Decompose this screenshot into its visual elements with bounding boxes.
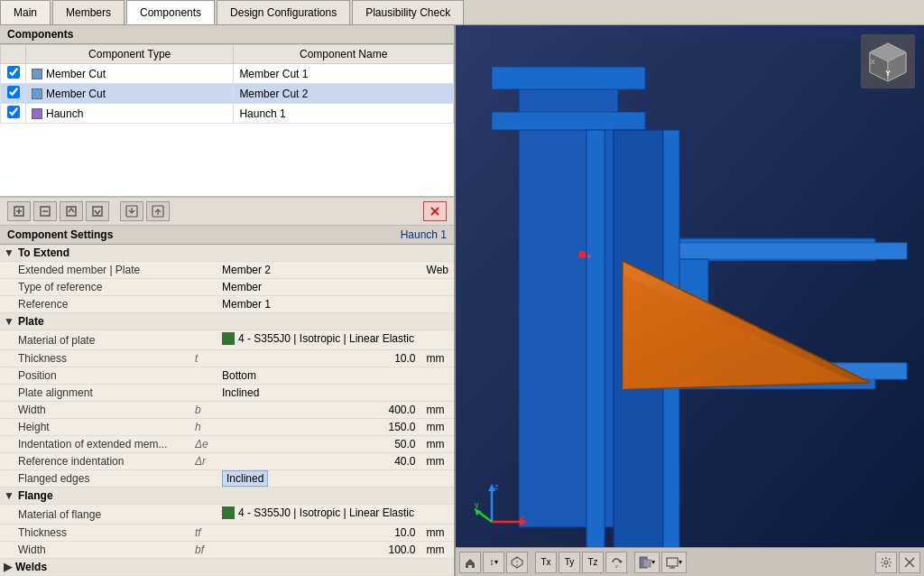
vp-tx-btn[interactable]: Tx: [535, 552, 557, 573]
vp-home-btn[interactable]: [459, 552, 481, 573]
prop-unit-plate-6: mm: [421, 436, 454, 453]
vp-iso-btn[interactable]: [506, 552, 528, 573]
component-toolbar: [0, 197, 454, 226]
export-btn[interactable]: [146, 201, 170, 221]
group-toggle-plate[interactable]: ▼: [4, 315, 14, 328]
add-component-btn[interactable]: [7, 201, 31, 221]
move-down-btn[interactable]: [86, 201, 109, 221]
vp-ty-btn[interactable]: Ty: [559, 552, 580, 573]
group-toggle-welds[interactable]: ▶: [4, 561, 12, 573]
empty-area: [0, 124, 454, 196]
prop-name-flange-0: Material of flange: [0, 505, 189, 525]
group-label-plate: Plate: [18, 315, 44, 328]
prop-name-to-extend-0: Extended member | Plate: [0, 262, 189, 279]
svg-rect-15: [492, 67, 645, 89]
component-type-1: Member Cut: [46, 88, 106, 100]
prop-symbol-plate-4: b: [189, 402, 217, 419]
svg-rect-24: [587, 130, 605, 563]
tab-design-configs[interactable]: Design Configurations: [217, 0, 350, 24]
svg-point-28: [578, 251, 586, 258]
settings-group-plate[interactable]: ▼Plate: [0, 313, 454, 330]
component-check-0[interactable]: [7, 66, 20, 79]
prop-name-plate-3: Plate alignment: [0, 385, 189, 402]
import-btn[interactable]: [120, 201, 143, 221]
group-label-flange: Flange: [18, 489, 53, 502]
component-check-2[interactable]: [7, 106, 20, 118]
svg-text:z: z: [615, 563, 618, 569]
prop-value-plate-8[interactable]: Inclined: [217, 470, 454, 488]
component-row-1[interactable]: Member Cut Member Cut 2: [1, 84, 454, 104]
tab-plausibility[interactable]: Plausibility Check: [352, 0, 464, 24]
prop-unit-plate-2: [421, 367, 454, 385]
prop-value-plate-3: Inclined: [217, 385, 421, 402]
prop-value-to-extend-1: Member: [217, 279, 421, 296]
prop-value-flange-2: 100.0: [217, 542, 421, 559]
prop-row-to-extend-2: Reference Member 1: [0, 296, 454, 313]
mat-color-icon: [222, 332, 235, 345]
delete-component-btn[interactable]: [423, 201, 447, 221]
vp-view-btn[interactable]: ↕▾: [483, 552, 504, 573]
prop-unit-plate-1: mm: [421, 350, 454, 367]
svg-text:x: x: [521, 513, 525, 522]
prop-symbol-plate-0: [189, 330, 217, 350]
vp-tx-label: Tx: [541, 557, 550, 567]
vp-settings-btn[interactable]: [875, 552, 897, 573]
prop-value-plate-0: 4 - S355J0 | Isotropic | Linear Elastic: [217, 330, 454, 350]
prop-row-plate-2: Position Bottom: [0, 367, 454, 385]
viewport-toolbar: ↕▾ Tx Ty Tz z ▾ ▾: [456, 547, 924, 576]
component-color-1: [32, 88, 42, 99]
cube-navigator[interactable]: Y X: [859, 33, 917, 90]
viewport-3d[interactable]: Y X z x y: [456, 25, 924, 576]
prop-row-flange-1: Thickness tf 10.0 mm: [0, 525, 454, 542]
settings-header: Component Settings Haunch 1: [0, 226, 454, 245]
prop-value-flange-1: 10.0: [217, 525, 421, 542]
tab-components[interactable]: Components: [126, 0, 215, 24]
prop-symbol-flange-1: tf: [189, 525, 217, 542]
prop-unit-plate-5: mm: [421, 419, 454, 436]
tab-main[interactable]: Main: [0, 0, 51, 24]
vp-close-btn[interactable]: [899, 552, 920, 573]
svg-text:Y: Y: [885, 69, 891, 78]
tab-members[interactable]: Members: [52, 0, 125, 24]
vp-tz-btn[interactable]: Tz: [582, 552, 604, 573]
prop-row-plate-5: Height h 150.0 mm: [0, 419, 454, 436]
prop-symbol-plate-7: Δr: [189, 453, 217, 470]
prop-symbol-to-extend-2: [189, 296, 217, 313]
prop-unit-plate-3: [421, 385, 454, 402]
components-table: Component Type Component Name Member Cut…: [0, 44, 454, 124]
tab-bar: Main Members Components Design Configura…: [0, 0, 924, 25]
move-up-btn[interactable]: [60, 201, 83, 221]
prop-value-plate-1: 10.0: [217, 350, 421, 367]
mat-color-icon: [222, 506, 235, 519]
prop-row-to-extend-0: Extended member | Plate Member 2Web: [0, 262, 454, 279]
group-toggle-flange[interactable]: ▼: [4, 489, 14, 502]
vp-rz-btn[interactable]: z: [605, 552, 627, 573]
component-check-1[interactable]: [7, 86, 20, 98]
svg-point-54: [884, 561, 888, 564]
group-label-welds: Welds: [15, 561, 47, 573]
settings-group-welds[interactable]: ▶Welds: [0, 559, 454, 576]
component-color-0: [32, 69, 42, 79]
prop-name-to-extend-2: Reference: [0, 296, 189, 313]
settings-scroll[interactable]: ▼To Extend Extended member | Plate Membe…: [0, 245, 454, 576]
component-name-0: Member Cut 1: [234, 64, 454, 84]
component-type-0: Member Cut: [46, 68, 106, 80]
prop-unit-flange-2: mm: [421, 542, 454, 559]
prop-name-flange-2: Width: [0, 542, 189, 559]
component-row-0[interactable]: Member Cut Member Cut 1: [1, 64, 454, 84]
prop-row-to-extend-1: Type of reference Member: [0, 279, 454, 296]
vp-display-btn[interactable]: ▾: [661, 552, 687, 573]
settings-group-to-extend[interactable]: ▼To Extend: [0, 245, 454, 262]
prop-symbol-to-extend-1: [189, 279, 217, 296]
settings-group-flange[interactable]: ▼Flange: [0, 488, 454, 505]
group-toggle-to-extend[interactable]: ▼: [4, 246, 14, 259]
component-row-2[interactable]: Haunch Haunch 1: [1, 104, 454, 124]
component-type-2: Haunch: [46, 107, 83, 120]
prop-symbol-flange-0: [189, 505, 217, 525]
vp-ty-label: Ty: [565, 557, 575, 567]
main-layout: Components Component Type Component Name…: [0, 25, 924, 576]
vp-render-btn[interactable]: ▾: [634, 552, 660, 573]
prop-unit-to-extend-2: [421, 296, 454, 313]
prop-row-plate-3: Plate alignment Inclined: [0, 385, 454, 402]
remove-component-btn[interactable]: [33, 201, 57, 221]
